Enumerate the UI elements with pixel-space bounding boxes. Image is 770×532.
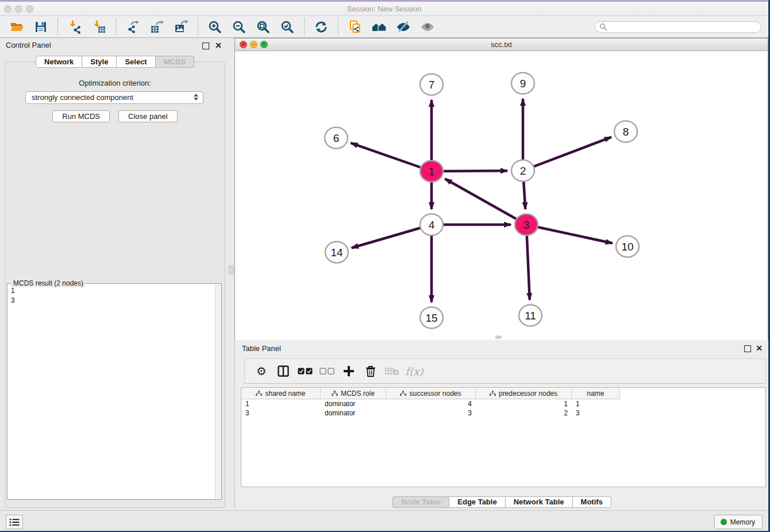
table-cell-successor-nodes[interactable]: 3: [386, 408, 476, 418]
tab-edge-table[interactable]: Edge Table: [449, 496, 505, 508]
delete-row-button[interactable]: [361, 361, 380, 381]
duplicate-network-button[interactable]: [346, 18, 364, 36]
column-header-predecessor-nodes[interactable]: predecessor nodes: [476, 388, 572, 399]
canvas-resize-grip[interactable]: [495, 336, 502, 339]
hide-selected-button[interactable]: [394, 18, 413, 36]
search-input[interactable]: [595, 21, 761, 33]
graph-node-14[interactable]: 14: [325, 242, 348, 263]
table-cell-mcds-role[interactable]: dominator: [321, 408, 386, 418]
control-panel-tabs: NetworkStyleSelectMCDS: [0, 56, 230, 68]
table-cell-mcds-role[interactable]: dominator: [321, 399, 386, 408]
mcds-result-list: 13: [11, 286, 15, 306]
graph-node-15[interactable]: 15: [420, 307, 443, 329]
column-header-mcds-role[interactable]: MCDS role: [321, 388, 386, 399]
export-image-icon: [174, 20, 188, 34]
criterion-value: strongly connected component: [32, 93, 133, 102]
import-network-button[interactable]: [66, 18, 84, 36]
home-layout-button[interactable]: [370, 18, 388, 36]
memory-button[interactable]: Memory: [714, 515, 763, 529]
column-sort-icon: [400, 391, 406, 396]
trash-icon: [364, 365, 377, 377]
float-table-panel-icon[interactable]: [744, 345, 751, 352]
graph-node-11[interactable]: 11: [519, 305, 542, 326]
column-header-label: shared name: [265, 390, 305, 398]
refresh-button[interactable]: [312, 18, 330, 36]
graph-node-label: 7: [429, 79, 435, 91]
save-session-button[interactable]: [32, 18, 50, 36]
show-all-button[interactable]: [418, 18, 437, 36]
zoom-in-button[interactable]: [206, 18, 224, 36]
plus-icon: [342, 365, 355, 377]
duplicate-network-icon: [348, 20, 363, 34]
run-mcds-button[interactable]: Run MCDS: [52, 110, 110, 122]
add-row-button[interactable]: [339, 361, 359, 381]
tab-mcds[interactable]: MCDS: [156, 56, 194, 68]
graph-node-6[interactable]: 6: [325, 128, 348, 149]
graph-edge-4-14[interactable]: [352, 225, 432, 248]
table-cell-name[interactable]: 3: [572, 408, 620, 418]
graph-node-label: 3: [523, 219, 530, 231]
network-canvas[interactable]: 1234678910111415: [235, 51, 768, 340]
zoom-fit-button[interactable]: [254, 18, 272, 36]
table-cell-name[interactable]: 1: [572, 399, 620, 408]
graph-node-label: 1: [429, 165, 435, 178]
graph-node-1[interactable]: 1: [420, 161, 443, 182]
graph-node-3[interactable]: 3: [515, 214, 538, 236]
column-header-successor-nodes[interactable]: successor nodes: [386, 388, 476, 399]
graph-node-label: 8: [623, 126, 629, 138]
table-cell-predecessor-nodes[interactable]: 1: [476, 399, 572, 408]
table-row[interactable]: 3dominator323: [241, 408, 765, 418]
tab-select[interactable]: Select: [117, 56, 155, 68]
result-scrollbar[interactable]: [215, 284, 221, 499]
export-image-button[interactable]: [172, 18, 190, 36]
select-all-button[interactable]: [295, 361, 315, 381]
list-icon: [9, 518, 20, 526]
table-settings-button[interactable]: ⚙: [252, 361, 271, 381]
task-history-button[interactable]: [6, 515, 23, 529]
tab-network-table[interactable]: Network Table: [506, 496, 573, 508]
close-table-panel-icon[interactable]: ✕: [756, 344, 763, 353]
tab-style[interactable]: Style: [82, 56, 117, 68]
graph-edge-3-1[interactable]: [445, 179, 527, 225]
graph-edge-2-8[interactable]: [523, 137, 611, 171]
criterion-select[interactable]: strongly connected component: [25, 91, 203, 104]
main-toolbar: [0, 16, 768, 38]
table-cell-predecessor-nodes[interactable]: 2: [476, 408, 572, 418]
graph-edge-1-6[interactable]: [351, 143, 432, 171]
close-panel-button[interactable]: Close panel: [118, 110, 178, 122]
split-columns-button[interactable]: [274, 361, 293, 381]
column-header-name[interactable]: name: [572, 388, 620, 399]
columns-icon: [277, 365, 290, 377]
graph-node-8[interactable]: 8: [614, 121, 637, 142]
table-header-filler: [620, 388, 765, 399]
tab-network[interactable]: Network: [36, 56, 82, 68]
graph-node-7[interactable]: 7: [420, 74, 443, 95]
graph-edge-3-10[interactable]: [526, 225, 613, 243]
column-header-shared-name[interactable]: shared name: [241, 388, 321, 399]
export-network-button[interactable]: [124, 18, 142, 36]
table-row[interactable]: 1dominator411: [241, 399, 765, 408]
import-table-button[interactable]: [90, 18, 108, 36]
graph-node-label: 2: [520, 165, 526, 177]
zoom-out-button[interactable]: [230, 18, 248, 36]
tab-motifs[interactable]: Motifs: [573, 496, 611, 508]
table-cell-shared-name[interactable]: 1: [241, 399, 321, 408]
refresh-icon: [314, 20, 329, 34]
network-window-titlebar[interactable]: × − + scc.txt: [235, 38, 768, 51]
float-panel-icon[interactable]: [202, 43, 209, 49]
table-cell-shared-name[interactable]: 3: [241, 408, 321, 418]
deselect-all-button[interactable]: [317, 361, 337, 381]
graph-node-9[interactable]: 9: [511, 73, 534, 94]
table-cell-successor-nodes[interactable]: 4: [386, 399, 476, 408]
close-panel-icon[interactable]: ✕: [215, 41, 222, 50]
graph-node-10[interactable]: 10: [616, 236, 639, 257]
graph-node-2[interactable]: 2: [511, 160, 534, 182]
export-table-button[interactable]: [148, 18, 166, 36]
panel-divider-grip[interactable]: [229, 265, 234, 275]
tab-node-table[interactable]: Node Table: [392, 496, 449, 508]
open-session-button[interactable]: [7, 18, 26, 36]
column-header-label: successor nodes: [409, 390, 461, 398]
zoom-selected-button[interactable]: [278, 18, 297, 36]
graph-node-4[interactable]: 4: [420, 214, 443, 236]
delete-table-icon: [385, 366, 400, 376]
